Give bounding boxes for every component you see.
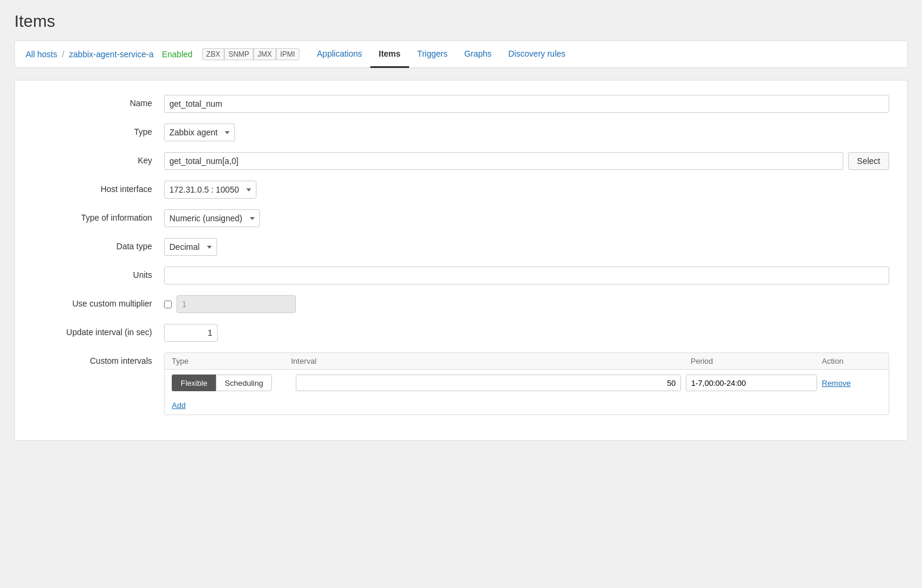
zbx-badge: ZBX [202,48,224,60]
type-of-info-control: Numeric (unsigned) [164,209,889,227]
col-action: Action [822,357,881,366]
tab-triggers[interactable]: Triggers [409,41,456,68]
scheduling-button[interactable]: Scheduling [216,375,272,391]
type-of-info-label: Type of information [33,209,164,222]
period-value-input[interactable] [686,375,817,391]
key-input-row: Select [164,152,889,170]
multiplier-value-input [177,295,296,313]
multiplier-checkbox-row [164,295,889,313]
type-select[interactable]: Zabbix agent [164,123,235,141]
host-interface-control: 172.31.0.5 : 10050 [164,181,889,199]
units-control [164,267,889,284]
key-label: Key [33,152,164,165]
host-link[interactable]: zabbix-agent-service-a [66,49,157,59]
key-row: Key Select [33,152,889,170]
status-badge: Enabled [157,49,197,59]
intervals-header: Type Interval Period Action [165,353,889,370]
data-type-row: Data type Decimal [33,238,889,256]
update-interval-control [164,324,889,342]
ipmi-badge: IPMI [276,48,299,60]
flexible-button[interactable]: Flexible [172,375,216,391]
type-control: Zabbix agent [164,123,889,141]
name-label: Name [33,95,164,108]
type-row: Type Zabbix agent [33,123,889,141]
type-of-info-row: Type of information Numeric (unsigned) [33,209,889,227]
custom-intervals-label: Custom intervals [33,352,164,366]
tab-graphs[interactable]: Graphs [456,41,500,68]
nav-bar: All hosts / zabbix-agent-service-a Enabl… [14,41,908,68]
host-interface-select[interactable]: 172.31.0.5 : 10050 [164,181,256,199]
units-label: Units [33,267,164,280]
remove-link[interactable]: Remove [822,379,881,388]
tab-items[interactable]: Items [370,41,409,68]
col-interval: Interval [291,357,691,366]
page-title: Items [14,12,908,31]
type-of-info-select[interactable]: Numeric (unsigned) [164,209,260,227]
type-label: Type [33,123,164,137]
type-button-group: Flexible Scheduling [172,375,291,391]
snmp-badge: SNMP [224,48,253,60]
data-type-select[interactable]: Decimal [164,238,217,256]
update-interval-label: Update interval (in sec) [33,324,164,337]
name-input[interactable] [164,95,889,113]
host-interface-row: Host interface 172.31.0.5 : 10050 [33,181,889,199]
breadcrumb-separator: / [61,49,66,59]
multiplier-control [164,295,889,313]
data-type-control: Decimal [164,238,889,256]
multiplier-label: Use custom multiplier [33,295,164,308]
multiplier-row: Use custom multiplier [33,295,889,313]
host-interface-label: Host interface [33,181,164,194]
protocol-badges: ZBX SNMP JMX IPMI [202,48,299,60]
custom-intervals-control: Type Interval Period Action Flexible Sch… [164,352,889,415]
key-control: Select [164,152,889,170]
custom-intervals-row: Custom intervals Type Interval Period Ac… [33,352,889,415]
key-select-button[interactable]: Select [848,152,889,170]
col-type: Type [172,357,291,366]
multiplier-checkbox[interactable] [164,301,172,308]
custom-intervals-table: Type Interval Period Action Flexible Sch… [164,352,889,415]
nav-tabs: Applications Items Triggers Graphs Disco… [309,41,574,67]
key-input[interactable] [164,152,843,170]
interval-row-1: Flexible Scheduling Remove [165,370,889,396]
units-row: Units [33,267,889,284]
add-interval-link[interactable]: Add [165,396,193,414]
add-interval-row: Add [165,396,889,414]
jmx-badge: JMX [253,48,276,60]
item-form: Name Type Zabbix agent Key Select [14,80,908,441]
all-hosts-link[interactable]: All hosts [22,49,61,59]
tab-applications[interactable]: Applications [309,41,371,68]
units-input[interactable] [164,267,889,284]
col-period: Period [691,357,822,366]
data-type-label: Data type [33,238,164,251]
update-interval-row: Update interval (in sec) [33,324,889,342]
tab-discovery-rules[interactable]: Discovery rules [500,41,574,68]
name-control [164,95,889,113]
name-row: Name [33,95,889,113]
interval-value-input[interactable] [296,375,681,391]
update-interval-input[interactable] [164,324,218,342]
